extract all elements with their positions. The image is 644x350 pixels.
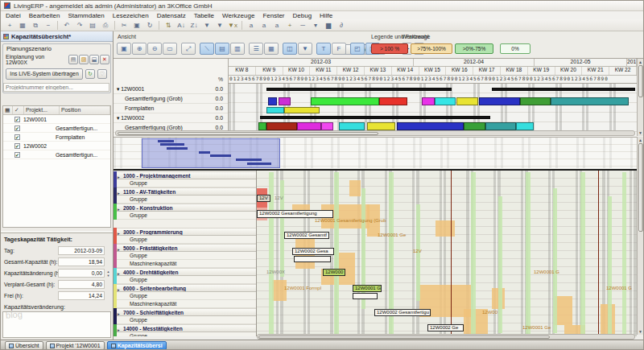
gantt-bar[interactable]: [551, 97, 629, 105]
menu-item-werkzeuge[interactable]: Werkzeuge: [222, 12, 254, 19]
tree-row[interactable]: ✔12W0001: [3, 115, 110, 124]
menu-item-datensatz[interactable]: Datensatz: [157, 12, 186, 19]
gantt-bar[interactable]: [456, 97, 478, 105]
lower-horizontal-scrollbar-thumb[interactable]: [258, 336, 550, 339]
menu-item-lesezeichen[interactable]: Lesezeichen: [113, 12, 149, 19]
attach-icon[interactable]: ∂: [336, 20, 347, 30]
zoom-in-button[interactable]: ⊕: [132, 43, 147, 55]
legend-75100[interactable]: >75%-100%: [411, 43, 452, 54]
zoom-fit-button[interactable]: ▣: [117, 43, 131, 55]
gantt-bar[interactable]: [367, 122, 395, 130]
text-f-button[interactable]: F: [332, 43, 346, 55]
taskbar-tab-kapazitätsübersi[interactable]: Kapazitätsübersi: [107, 341, 167, 350]
upper-vertical-scrollbar-thumb[interactable]: [638, 65, 643, 97]
task-bar-box[interactable]: 12W0002 Gesamtf: [284, 232, 329, 239]
upper-gantt-row-label[interactable]: ▾ 12W00020.0: [114, 113, 228, 123]
tree-row[interactable]: ✔Gesamtfertigun...: [3, 150, 110, 159]
row-checkbox[interactable]: ✔: [14, 152, 20, 158]
gantt-bar[interactable]: [266, 107, 284, 113]
chart-mode-button[interactable]: ⤢: [181, 43, 196, 55]
group-sub-row[interactable]: Gruppe: [117, 179, 257, 187]
gantt-bar[interactable]: [435, 97, 456, 105]
crosshair-icon[interactable]: +: [284, 20, 295, 30]
undo-icon[interactable]: ↶: [61, 20, 72, 30]
capacity-value[interactable]: 2012-03-09: [58, 246, 105, 255]
group-row-7000[interactable]: ▸7000 - Schleiftätigkeiten: [117, 308, 257, 316]
menu-item-tabelle[interactable]: Tabelle: [194, 12, 214, 19]
gantt-bar[interactable]: [279, 97, 291, 105]
gantt-bar[interactable]: [266, 122, 297, 130]
scenario-save-icon[interactable]: ⬓: [89, 55, 99, 64]
filter2-icon[interactable]: ▼: [214, 20, 225, 30]
gantt-bar[interactable]: [516, 122, 534, 130]
gantt-bar[interactable]: [297, 122, 321, 130]
menu-item-bearbeiten[interactable]: Bearbeiten: [29, 12, 60, 19]
gantt-bar[interactable]: [422, 97, 435, 105]
add-icon[interactable]: +: [4, 20, 15, 30]
group-row-1000[interactable]: ▸1000 - Projektmanagement: [117, 171, 257, 179]
task-bar-box[interactable]: 12W0002 Gesamtfertigu: [374, 309, 431, 316]
task-bar-box[interactable]: 12V: [257, 195, 270, 202]
upper-gantt-row-label[interactable]: Formplatten0.0: [114, 104, 228, 113]
tree-header-position[interactable]: Position: [60, 106, 110, 114]
capacity-value[interactable]: 0,00: [58, 269, 105, 278]
zoom-out-button[interactable]: ⊖: [147, 43, 162, 55]
expand-all-button[interactable]: ◰: [350, 43, 365, 55]
sort-updown-icon[interactable]: ⇅: [163, 20, 174, 30]
menu-item-fenster[interactable]: Fenster: [262, 12, 284, 19]
gantt-bars-button[interactable]: ▤: [215, 43, 229, 55]
group-sub-row[interactable]: Gruppe: [117, 252, 257, 260]
tree-row[interactable]: ✔12W0002: [3, 142, 110, 150]
row-checkbox[interactable]: ✔: [14, 134, 20, 140]
scenario-delete-icon[interactable]: ✕: [100, 55, 109, 64]
group-row-2000[interactable]: ▸2000 - Konstruktion: [117, 204, 257, 212]
link-lines-button[interactable]: ⟍: [200, 43, 214, 55]
legend-100[interactable]: > 100 %: [371, 43, 408, 54]
refresh-icon[interactable]: ↻: [144, 20, 155, 30]
task-bar-box[interactable]: 12W0002 Gesamtfertigung: [257, 210, 333, 218]
group-row-1100[interactable]: ▸1100 - AV-Tätigkeiten: [117, 187, 257, 196]
gantt-bar[interactable]: [321, 122, 333, 130]
sort-za-icon[interactable]: Z↓: [188, 20, 200, 30]
task-bar-box[interactable]: 12W0002 Gesa: [292, 248, 334, 255]
font-big-icon[interactable]: a: [271, 20, 283, 30]
task-bar-box[interactable]: 12W0001 G: [353, 285, 382, 292]
tree-header-projekt[interactable]: Projekt...: [24, 106, 60, 114]
dropdown-icon[interactable]: ▾: [310, 20, 321, 30]
group-sub-row[interactable]: Gruppe: [117, 332, 257, 336]
redo-icon[interactable]: ↷: [74, 20, 85, 30]
filter1-icon[interactable]: ▼: [201, 20, 213, 30]
scenario-page-icon[interactable]: ▤: [68, 55, 78, 64]
gantt-bar[interactable]: [258, 122, 266, 130]
spinner-control[interactable]: ▲ ▼: [105, 270, 111, 278]
font-small-icon[interactable]: a: [246, 20, 257, 30]
menu-item-hilfe[interactable]: Hilfe: [320, 12, 332, 19]
legend-0[interactable]: 0%: [500, 43, 530, 54]
group-sub-row[interactable]: Gruppe: [117, 212, 257, 220]
row-checkbox[interactable]: ✔: [14, 126, 20, 131]
gantt-bar[interactable]: [479, 97, 520, 105]
gantt-bar[interactable]: [492, 88, 635, 91]
gantt-bar[interactable]: [397, 122, 464, 130]
rows-compact-button[interactable]: ☰: [249, 43, 263, 55]
lower-horizontal-scrollbar[interactable]: [257, 334, 635, 340]
capacity-gantt-chart[interactable]: 12V12W0002 Gesamtfertigung12W0002 Gesamt…: [257, 171, 637, 336]
grid-icon[interactable]: ▦: [17, 20, 28, 30]
legend-075[interactable]: >0%-75%: [455, 43, 493, 54]
row-checkbox[interactable]: ✔: [14, 143, 20, 149]
remove-icon[interactable]: −: [43, 20, 54, 30]
gantt-bar[interactable]: [284, 107, 320, 113]
gantt-bar[interactable]: [311, 97, 379, 105]
capacity-value[interactable]: 18,94: [58, 257, 105, 266]
upper-horizontal-scrollbar[interactable]: [115, 130, 635, 136]
tree-row[interactable]: ✔Formplatten: [3, 133, 110, 142]
gantt-bar[interactable]: [485, 122, 516, 130]
capacity-value[interactable]: 4,80: [58, 280, 105, 289]
filter-view-button[interactable]: ▼: [298, 43, 312, 55]
gantt-bar[interactable]: [260, 116, 490, 119]
gantt-bar[interactable]: [520, 97, 551, 105]
transfer-refresh-icon[interactable]: ↻: [85, 69, 95, 79]
capacity-value[interactable]: 14,24: [58, 291, 105, 300]
rows-normal-button[interactable]: ▦: [264, 43, 279, 55]
group-row-6000[interactable]: ▸6000 - Seitenbearbeitung: [117, 284, 257, 292]
